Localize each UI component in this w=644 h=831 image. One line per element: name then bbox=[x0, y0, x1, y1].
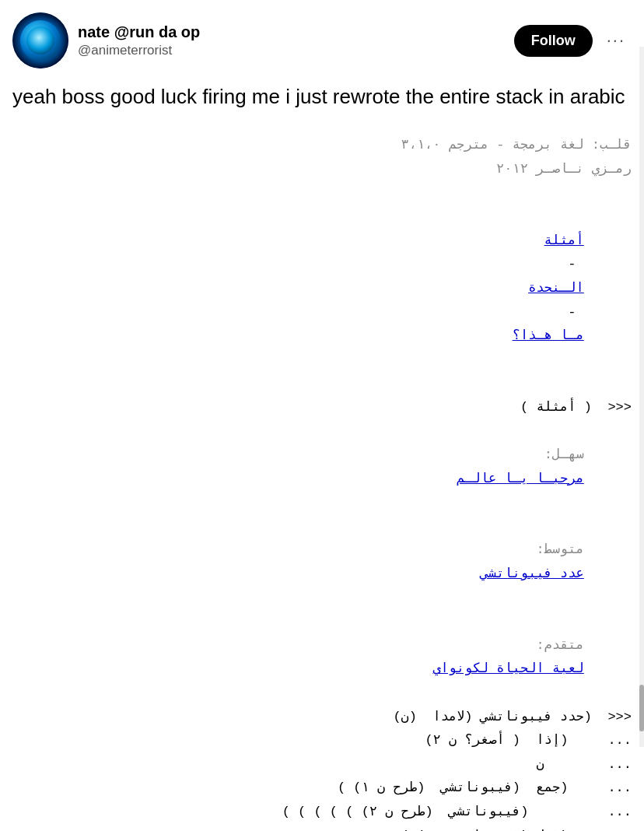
display-name: nate @run da op bbox=[78, 22, 200, 42]
user-details: nate @run da op @animeterrorist bbox=[78, 22, 200, 59]
more-options-button[interactable]: ··· bbox=[600, 27, 632, 54]
follow-button[interactable]: Follow bbox=[514, 25, 593, 57]
code-line-7: متقدم: لعبة الحياة لكونواي bbox=[12, 610, 632, 705]
code-line-8: <<< (حدد فيبوناتشي (لامدا (ن) bbox=[12, 706, 632, 730]
code-line-11: ... (جمع (فيبوناتشي (طرح ن ١) ) bbox=[12, 777, 632, 801]
code-line-spacer-1 bbox=[12, 182, 632, 206]
label-advanced: متقدم: bbox=[520, 638, 584, 653]
code-line-1: قلـب: لغة برمجة - مترجم ٣،١،٠ bbox=[12, 134, 632, 158]
link-alnahda[interactable]: الـنحدة bbox=[528, 281, 584, 296]
link-matha[interactable]: مـا هـذا؟ bbox=[513, 328, 584, 343]
tweet-text: yeah boss good luck firing me i just rew… bbox=[12, 82, 632, 110]
username: @animeterrorist bbox=[78, 42, 200, 59]
code-line-spacer-2 bbox=[12, 372, 632, 396]
avatar-image bbox=[12, 12, 68, 68]
scrollbar-track bbox=[639, 47, 644, 747]
separator-1: - bbox=[560, 257, 584, 272]
code-line-9: ... (إذا ( أصغر؟ ن ٢) bbox=[12, 729, 632, 753]
label-medium: متوسط: bbox=[520, 542, 584, 557]
link-game-of-life[interactable]: لعبة الحياة لكونواي bbox=[432, 661, 583, 676]
code-line-13: ... (قول (فيبوناتشي ١٠) ) bbox=[12, 825, 632, 831]
code-line-6: متوسط: عدد فيبوناتشي bbox=[12, 515, 632, 610]
link-hello-world[interactable]: مرحبـا يـا عالـم bbox=[457, 472, 584, 486]
code-line-5: سهـل: مرحبـا يـا عالـم bbox=[12, 420, 632, 515]
code-line-10: ... ن bbox=[12, 753, 632, 777]
tweet-header: nate @run da op @animeterrorist Follow ·… bbox=[12, 12, 632, 68]
user-info-section: nate @run da op @animeterrorist bbox=[12, 12, 200, 68]
avatar[interactable] bbox=[12, 12, 68, 68]
tweet-container: nate @run da op @animeterrorist Follow ·… bbox=[0, 0, 644, 831]
code-block: قلـب: لغة برمجة - مترجم ٣،١،٠ رمـزي نـاص… bbox=[12, 126, 632, 831]
code-line-3: أمثلة - الـنحدة - مـا هـذا؟ bbox=[12, 205, 632, 372]
link-fibonacci[interactable]: عدد فيبوناتشي bbox=[481, 566, 584, 581]
code-line-4: <<< ( أمثلة ) bbox=[12, 396, 632, 420]
label-easy: سهـل: bbox=[528, 447, 584, 462]
code-line-2: رمـزي نـاصـر ٢٠١٢ bbox=[12, 158, 632, 182]
link-amthila[interactable]: أمثلة bbox=[544, 233, 584, 248]
separator-2: - bbox=[560, 305, 584, 320]
scrollbar-thumb[interactable] bbox=[639, 685, 644, 731]
header-actions: Follow ··· bbox=[514, 25, 632, 57]
code-line-12: ... (فيبوناتشي (طرح ن ٢) ) ) ) ) ) bbox=[12, 801, 632, 825]
